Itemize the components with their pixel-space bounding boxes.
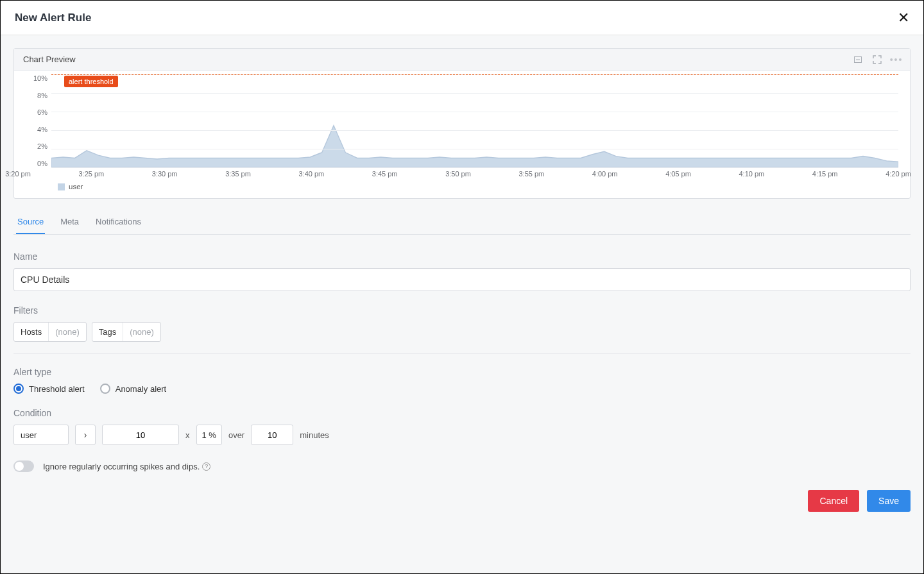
x-tick: 3:30 pm bbox=[152, 170, 178, 178]
chart-area: 10%8%6%4%2%0% alert threshold 3:20 pm3:2… bbox=[14, 71, 910, 198]
y-tick: 0% bbox=[37, 160, 47, 167]
modal-header: New Alert Rule ✕ bbox=[1, 1, 923, 35]
condition-row: user › x 1 % over minutes bbox=[13, 425, 911, 445]
gridline bbox=[51, 93, 898, 94]
help-icon[interactable]: ? bbox=[202, 462, 210, 471]
chart-plot: alert threshold bbox=[51, 74, 898, 167]
gridline bbox=[51, 112, 898, 112]
modal-body: Chart Preview ••• 10%8%6%4%2%0% bbox=[1, 35, 923, 573]
tab-meta[interactable]: Meta bbox=[59, 210, 80, 234]
condition-label: Condition bbox=[13, 408, 911, 418]
section-filters: Filters Hosts (none) Tags (none) bbox=[13, 291, 911, 342]
name-input[interactable] bbox=[13, 268, 911, 291]
filters-label: Filters bbox=[13, 305, 911, 316]
expand-icon[interactable] bbox=[873, 55, 882, 64]
x-tick: 4:20 pm bbox=[886, 170, 911, 178]
cancel-button[interactable]: Cancel bbox=[808, 490, 859, 512]
legend-swatch bbox=[58, 183, 65, 190]
section-name: Name bbox=[13, 235, 911, 291]
chart-panel-title: Chart Preview bbox=[23, 55, 76, 64]
x-tick: 4:05 pm bbox=[665, 170, 691, 178]
x-tick: 3:25 pm bbox=[78, 170, 104, 178]
hosts-filter-value: (none) bbox=[49, 323, 86, 341]
x-tick: 4:00 pm bbox=[592, 170, 618, 178]
hosts-filter[interactable]: Hosts (none) bbox=[13, 322, 87, 342]
condition-value-input[interactable] bbox=[102, 425, 179, 445]
x-tick: 3:45 pm bbox=[372, 170, 398, 178]
filters-row: Hosts (none) Tags (none) bbox=[13, 322, 911, 342]
tab-notifications[interactable]: Notifications bbox=[94, 210, 142, 234]
chart-plot-wrap: 10%8%6%4%2%0% alert threshold bbox=[18, 74, 898, 167]
chart-preview-panel: Chart Preview ••• 10%8%6%4%2%0% bbox=[13, 48, 911, 199]
hosts-filter-label: Hosts bbox=[14, 323, 49, 341]
collapse-icon[interactable] bbox=[853, 55, 862, 64]
condition-minutes-label: minutes bbox=[300, 430, 329, 440]
tags-filter-label: Tags bbox=[92, 323, 123, 341]
close-button[interactable]: ✕ bbox=[898, 11, 909, 25]
alert-type-label: Alert type bbox=[13, 367, 911, 377]
x-tick: 3:35 pm bbox=[225, 170, 251, 178]
gridline bbox=[51, 149, 898, 149]
alert-threshold-badge: alert threshold bbox=[64, 76, 118, 87]
condition-over: over bbox=[228, 430, 244, 440]
condition-x: x bbox=[185, 430, 190, 440]
x-tick: 3:55 pm bbox=[518, 170, 544, 178]
ignore-spikes-row: Ignore regularly occurring spikes and di… bbox=[13, 460, 911, 472]
chart-y-axis: 10%8%6%4%2%0% bbox=[18, 74, 51, 167]
legend-label: user bbox=[69, 183, 83, 190]
section-alert-type: Alert type Threshold alert Anomaly alert bbox=[13, 354, 911, 394]
condition-minutes-input[interactable] bbox=[251, 425, 293, 445]
condition-operator-select[interactable]: › bbox=[75, 425, 96, 445]
y-tick: 6% bbox=[37, 108, 47, 116]
radio-threshold[interactable]: Threshold alert bbox=[13, 384, 85, 394]
chart-panel-actions: ••• bbox=[853, 55, 901, 64]
tags-filter[interactable]: Tags (none) bbox=[92, 322, 161, 342]
x-tick: 3:40 pm bbox=[298, 170, 324, 178]
x-tick: 4:15 pm bbox=[812, 170, 838, 178]
save-button[interactable]: Save bbox=[867, 490, 911, 512]
tab-source[interactable]: Source bbox=[16, 210, 45, 234]
chart-x-axis: 3:20 pm3:25 pm3:30 pm3:35 pm3:40 pm3:45 … bbox=[18, 170, 898, 179]
y-tick: 10% bbox=[33, 74, 47, 82]
radio-threshold-label: Threshold alert bbox=[29, 384, 85, 394]
chart-legend: user bbox=[18, 179, 898, 192]
condition-metric-select[interactable]: user bbox=[13, 425, 69, 445]
y-tick: 4% bbox=[37, 126, 47, 133]
name-label: Name bbox=[13, 251, 911, 262]
alert-type-row: Threshold alert Anomaly alert bbox=[13, 384, 911, 394]
ignore-spikes-label: Ignore regularly occurring spikes and di… bbox=[43, 462, 210, 471]
more-icon[interactable]: ••• bbox=[892, 55, 901, 64]
condition-unit[interactable]: 1 % bbox=[196, 425, 222, 445]
alert-threshold-line bbox=[51, 74, 898, 75]
gridline bbox=[51, 167, 898, 168]
gridline bbox=[51, 130, 898, 131]
y-tick: 2% bbox=[37, 142, 47, 150]
y-tick: 8% bbox=[37, 92, 47, 99]
section-condition: Condition user › x 1 % over minutes Igno… bbox=[13, 394, 911, 472]
ignore-spikes-toggle[interactable] bbox=[13, 460, 34, 472]
x-tick: 3:20 pm bbox=[5, 170, 31, 178]
x-tick: 4:10 pm bbox=[739, 170, 764, 178]
chart-panel-header: Chart Preview ••• bbox=[14, 49, 910, 71]
action-buttons: Cancel Save bbox=[13, 490, 911, 512]
radio-anomaly-label: Anomaly alert bbox=[116, 384, 166, 394]
tags-filter-value: (none) bbox=[123, 323, 160, 341]
radio-anomaly[interactable]: Anomaly alert bbox=[100, 384, 166, 394]
modal-title: New Alert Rule bbox=[15, 12, 91, 24]
tabs: SourceMetaNotifications bbox=[13, 210, 911, 235]
x-tick: 3:50 pm bbox=[445, 170, 471, 178]
